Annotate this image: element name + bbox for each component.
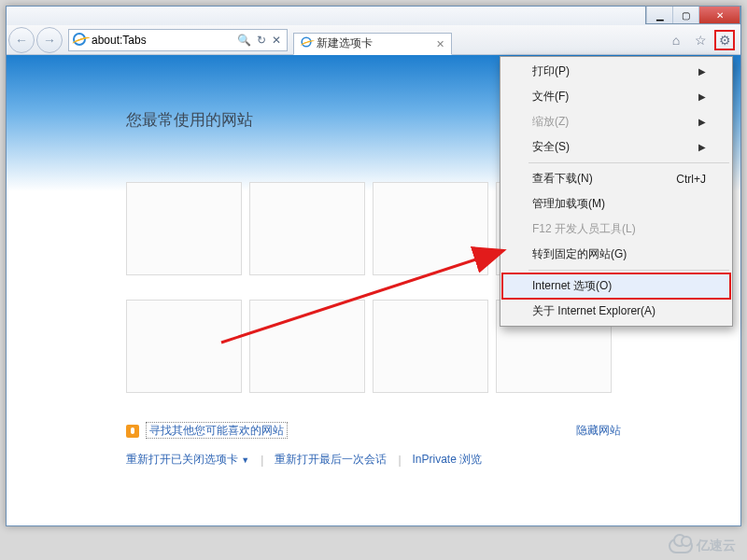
cloud-icon: [669, 539, 693, 553]
address-input[interactable]: [92, 31, 232, 49]
hide-sites-link[interactable]: 隐藏网站: [576, 423, 621, 439]
menu-item[interactable]: 关于 Internet Explorer(A): [502, 299, 730, 324]
submenu-arrow-icon: ▶: [698, 91, 706, 102]
site-tile[interactable]: [373, 182, 488, 275]
reopen-last-session-link[interactable]: 重新打开最后一次会话: [275, 452, 387, 468]
close-button[interactable]: ✕: [698, 7, 740, 23]
address-bar[interactable]: 🔍 ↻ ✕: [68, 29, 288, 51]
browser-window: ▁ ▢ ✕ ← → 🔍 ↻ ✕ 新建选项卡 ✕ ⌂ ☆ ⚙: [6, 6, 741, 526]
site-tile[interactable]: [373, 300, 488, 393]
maximize-button[interactable]: ▢: [672, 7, 698, 23]
links-row-2: 重新打开已关闭选项卡 ▼ | 重新打开最后一次会话 | InPrivate 浏览: [7, 446, 740, 473]
tab-close-icon[interactable]: ✕: [434, 38, 445, 49]
menu-item[interactable]: 打印(P)▶: [502, 59, 730, 84]
ie-logo-icon: [73, 33, 88, 48]
inprivate-link[interactable]: InPrivate 浏览: [413, 452, 483, 468]
refresh-icon[interactable]: ↻: [257, 34, 266, 47]
submenu-arrow-icon: ▶: [698, 142, 706, 152]
menu-item[interactable]: Internet 选项(O): [502, 273, 730, 299]
menu-item[interactable]: 转到固定的网站(G): [502, 242, 730, 267]
stop-icon[interactable]: ✕: [272, 34, 281, 47]
tab-title: 新建选项卡: [317, 35, 430, 51]
address-tools: 🔍 ↻ ✕: [232, 34, 287, 47]
menu-item[interactable]: 文件(F)▶: [502, 84, 730, 109]
caret-down-icon: ▼: [241, 455, 249, 465]
tools-gear-icon[interactable]: ⚙: [714, 30, 735, 50]
separator: |: [261, 454, 263, 467]
site-tile[interactable]: [126, 300, 242, 393]
menu-item[interactable]: 管理加载项(M): [502, 191, 730, 217]
favorites-icon[interactable]: ☆: [690, 30, 711, 50]
browser-tab[interactable]: 新建选项卡 ✕: [293, 33, 452, 55]
site-tile[interactable]: [249, 182, 365, 275]
tools-dropdown-menu: 打印(P)▶文件(F)▶缩放(Z)▶安全(S)▶查看下载(N)Ctrl+J管理加…: [500, 56, 733, 327]
menu-item[interactable]: 安全(S)▶: [502, 134, 730, 160]
navigation-bar: ← → 🔍 ↻ ✕ 新建选项卡 ✕ ⌂ ☆ ⚙: [7, 25, 740, 55]
window-titlebar: ▁ ▢ ✕: [7, 7, 740, 25]
home-icon[interactable]: ⌂: [666, 30, 686, 50]
watermark: 亿速云: [669, 538, 736, 554]
menu-item: 缩放(Z)▶: [502, 109, 730, 134]
back-button[interactable]: ←: [8, 27, 35, 53]
search-icon[interactable]: 🔍: [237, 34, 251, 47]
forward-button[interactable]: →: [36, 27, 63, 53]
bulb-icon: [126, 425, 139, 438]
menu-item[interactable]: 查看下载(N)Ctrl+J: [502, 166, 730, 191]
discover-sites-link[interactable]: 寻找其他您可能喜欢的网站: [146, 422, 288, 439]
ie-logo-icon: [300, 35, 313, 52]
menu-accelerator: Ctrl+J: [676, 173, 706, 186]
minimize-button[interactable]: ▁: [646, 7, 672, 23]
separator: |: [398, 454, 401, 467]
submenu-arrow-icon: ▶: [698, 117, 706, 127]
links-row-1: 寻找其他您可能喜欢的网站 隐藏网站: [7, 400, 740, 446]
window-controls: ▁ ▢ ✕: [645, 6, 740, 24]
toolbar-icons: ⌂ ☆ ⚙: [662, 30, 739, 50]
submenu-arrow-icon: ▶: [698, 66, 706, 77]
site-tile[interactable]: [126, 182, 242, 275]
menu-item: F12 开发人员工具(L): [502, 217, 730, 242]
reopen-closed-tabs-link[interactable]: 重新打开已关闭选项卡 ▼: [126, 452, 249, 468]
site-tile[interactable]: [249, 300, 365, 393]
